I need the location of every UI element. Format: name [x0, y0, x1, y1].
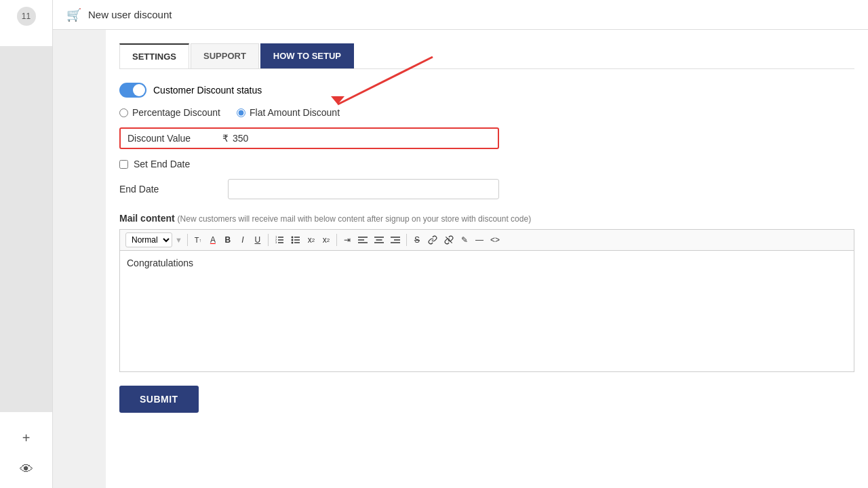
mail-content-label: Mail content [119, 213, 175, 224]
set-end-date-checkbox[interactable] [119, 160, 128, 169]
submit-button[interactable]: SUBMIT [119, 386, 199, 413]
toolbar-italic-btn[interactable]: I [236, 232, 250, 247]
topbar: 🛒 New user discount [53, 0, 868, 30]
toolbar-unlink-btn[interactable] [441, 232, 456, 247]
toolbar-separator-3 [336, 234, 337, 246]
toolbar-separator-4 [406, 234, 407, 246]
flat-amount-discount-option[interactable]: Flat Amount Discount [237, 107, 340, 118]
toolbar-link-btn[interactable] [425, 232, 440, 247]
mail-content-section: Mail content (New customers will receive… [119, 213, 854, 224]
discount-type-radio-group: Percentage Discount Flat Amount Discount [119, 107, 854, 118]
toolbar-unordered-list-btn[interactable] [288, 232, 303, 247]
toolbar-align-left-btn[interactable] [355, 232, 370, 247]
svg-point-6 [291, 237, 293, 239]
svg-line-21 [446, 237, 452, 243]
discount-value-input[interactable] [233, 133, 491, 144]
toolbar-font-size-btn[interactable]: T↑ [191, 232, 205, 247]
main-content: SETTINGS SUPPORT HOW TO SETUP Customer D… [106, 30, 868, 488]
add-icon-button[interactable]: + [14, 426, 39, 450]
toggle-slider [119, 83, 146, 98]
set-end-date-row: Set End Date [119, 159, 854, 169]
toolbar-ordered-list-btn[interactable]: 123 [272, 232, 287, 247]
eye-icon: 👁 [20, 462, 33, 477]
sidebar-badge: 11 [17, 7, 36, 26]
flat-amount-discount-label: Flat Amount Discount [250, 107, 340, 118]
customer-discount-status-label: Customer Discount status [153, 85, 262, 96]
toolbar-font-color-btn[interactable]: A [206, 232, 220, 247]
tab-settings[interactable]: SETTINGS [119, 43, 189, 68]
svg-point-8 [291, 239, 293, 241]
tab-support[interactable]: SUPPORT [191, 43, 259, 68]
toolbar-bold-btn[interactable]: B [221, 232, 235, 247]
mail-content-hint: (New customers will receive mail with be… [178, 214, 532, 224]
tab-how-to-setup[interactable]: HOW TO SETUP [260, 43, 354, 68]
toolbar-align-center-btn[interactable] [372, 232, 387, 247]
toolbar-separator-2 [268, 234, 269, 246]
toolbar-source-btn[interactable]: <> [488, 232, 502, 247]
cart-icon: 🛒 [66, 7, 81, 22]
toolbar-hr-btn[interactable]: — [473, 232, 486, 247]
mail-content-editor[interactable]: Congratulations [119, 250, 854, 372]
tab-bar: SETTINGS SUPPORT HOW TO SETUP [119, 43, 854, 69]
percentage-discount-option[interactable]: Percentage Discount [119, 107, 220, 118]
toolbar-indent-btn[interactable]: ⇥ [340, 232, 354, 247]
discount-value-label: Discount Value [127, 133, 222, 144]
editor-toolbar: Normal ▼ T↑ A B I U [119, 229, 854, 250]
end-date-row: End Date [119, 179, 854, 199]
percentage-discount-label: Percentage Discount [132, 107, 220, 118]
toolbar-subscript-btn[interactable]: x2 [304, 232, 318, 247]
svg-text:3: 3 [275, 241, 277, 244]
svg-point-10 [291, 242, 293, 244]
discount-status-toggle[interactable] [119, 83, 146, 98]
toolbar-underline-btn[interactable]: U [251, 232, 264, 247]
eye-icon-button[interactable]: 👁 [14, 457, 39, 481]
sidebar: 11 + 👁 [0, 0, 53, 488]
toolbar-align-right-btn[interactable] [388, 232, 403, 247]
editor-container: Normal ▼ T↑ A B I U [119, 229, 854, 372]
customer-discount-status-row: Customer Discount status [119, 83, 854, 98]
end-date-input[interactable] [228, 179, 499, 199]
format-select[interactable]: Normal [125, 232, 172, 247]
discount-value-row: Discount Value ₹ [119, 127, 499, 149]
end-date-label: End Date [119, 184, 228, 195]
content-panel: SETTINGS SUPPORT HOW TO SETUP Customer D… [106, 30, 868, 488]
page-title: New user discount [88, 9, 172, 20]
toolbar-separator-1 [187, 234, 188, 246]
discount-currency: ₹ [222, 133, 229, 144]
toolbar-superscript-btn[interactable]: x2 [319, 232, 333, 247]
set-end-date-label: Set End Date [134, 159, 190, 169]
toggle-wrap: Customer Discount status [119, 83, 262, 98]
toolbar-highlight-btn[interactable]: ✎ [458, 232, 471, 247]
toolbar-strikethrough-btn[interactable]: S [410, 232, 424, 247]
